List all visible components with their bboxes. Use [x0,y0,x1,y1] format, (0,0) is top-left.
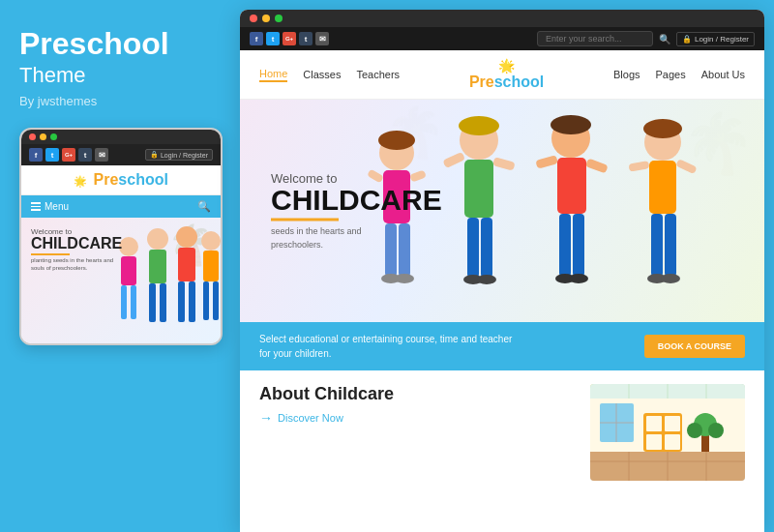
classroom-svg [590,384,745,481]
desktop-login-label: Login / Register [695,35,749,44]
svg-rect-14 [203,281,209,320]
svg-rect-31 [481,218,492,278]
svg-rect-38 [585,158,609,173]
desktop-logo: 🌟 Preschool [469,58,544,91]
cta-text-line2: for your children. [259,346,512,361]
desktop-nav: Home Classes Teachers 🌟 Preschool Blogs … [240,50,764,100]
svg-point-72 [687,423,702,438]
dot-yellow [40,133,46,140]
svg-point-33 [477,275,496,284]
about-image [590,384,745,481]
arrow-icon: → [259,410,273,426]
svg-rect-68 [646,434,662,450]
svg-point-51 [661,274,680,283]
mobile-social-icons: f t G+ t ✉ [29,148,108,162]
hamburger-icon [31,202,41,211]
desktop-hero: 🌴 🌴 Welcome to CHILDCARE seeds in the he… [240,100,764,322]
svg-rect-2 [121,285,127,319]
svg-rect-29 [492,157,516,170]
lock-icon: 🔒 [150,151,159,159]
svg-rect-11 [189,281,195,322]
svg-rect-30 [467,218,479,278]
svg-point-44 [643,119,682,138]
svg-rect-13 [203,251,219,281]
desktop-login-button[interactable]: 🔒 Login / Register [676,32,755,46]
desktop-dot-yellow [262,15,270,22]
svg-point-42 [569,274,588,283]
about-text: About Childcare → Discover Now [259,384,571,518]
nav-about[interactable]: About Us [701,69,745,80]
mobile-seeds: planting seeds in the hearts andsouls of… [31,257,122,273]
search-input[interactable] [537,31,653,46]
about-title: About Childcare [259,384,571,404]
mobile-hero: 🌴 Welcome to CHILDCARE planting seeds in… [21,218,221,343]
google-icon[interactable]: G+ [62,148,75,162]
menu-text: Menu [45,201,69,212]
mobile-underline [31,253,70,255]
svg-rect-40 [573,214,584,277]
desktop-tumblr-icon[interactable]: t [299,32,313,45]
svg-point-35 [551,115,591,134]
desktop-facebook-icon[interactable]: f [250,32,263,45]
svg-rect-48 [651,214,663,277]
svg-rect-49 [665,214,676,277]
desktop-google-icon[interactable]: G+ [283,32,296,45]
desktop-toolbar: f t G+ t ✉ 🔍 🔒 Login / Register [240,27,764,50]
desktop-hero-text: Welcome to CHILDCARE seeds in the hearts… [271,171,442,251]
tumblr-icon[interactable]: t [78,148,92,162]
mobile-hero-text: Welcome to CHILDCARE planting seeds in t… [31,227,122,273]
discover-now-link[interactable]: → Discover Now [259,410,571,426]
cta-bar: Select educational or entertaining cours… [240,322,764,370]
nav-links-right: Blogs Pages About Us [613,69,745,80]
theme-title: Preschool [19,27,221,61]
dot-red [29,133,36,140]
facebook-icon[interactable]: f [29,148,43,162]
svg-rect-10 [178,281,185,322]
nav-home[interactable]: Home [259,68,287,82]
desktop-twitter-icon[interactable]: t [266,32,280,45]
nav-classes[interactable]: Classes [303,69,341,80]
mobile-logo-area: 🌟 Preschool [21,165,221,195]
svg-rect-27 [464,160,493,218]
svg-rect-69 [665,434,680,450]
search-icon[interactable]: 🔍 [197,200,211,213]
search-button[interactable]: 🔍 [659,34,670,44]
about-section: About Childcare → Discover Now [240,370,764,532]
svg-rect-47 [675,159,697,174]
logo-school: school [118,171,168,188]
svg-rect-46 [628,161,649,172]
svg-point-8 [176,226,197,248]
svg-point-24 [395,274,414,283]
dot-green [50,133,57,140]
svg-point-4 [147,228,168,250]
svg-rect-3 [131,285,136,319]
svg-rect-1 [121,256,136,285]
nav-blogs[interactable]: Blogs [613,69,640,80]
svg-rect-15 [213,281,219,320]
desktop-dot-green [275,15,283,22]
book-course-button[interactable]: BOOK A COURSE [644,335,745,358]
nav-pages[interactable]: Pages [656,69,686,80]
mobile-logo: 🌟 Preschool [74,171,168,189]
desktop-mockup: f t G+ t ✉ 🔍 🔒 Login / Register Home Cla… [240,10,764,532]
svg-rect-36 [557,158,586,214]
mobile-toolbar: f t G+ t ✉ 🔒 Login / Register [21,144,221,165]
svg-point-26 [459,116,499,135]
logo-icon: 🌟 [498,58,515,74]
svg-point-17 [378,131,415,150]
desktop-childcare-title: CHILDCARE [271,186,442,215]
desktop-social-icons: f t G+ t ✉ [250,32,329,45]
svg-rect-37 [535,155,558,168]
desktop-top-bar [240,10,764,27]
lock-icon: 🔒 [682,35,692,44]
login-label: Login / Register [161,152,208,159]
email-icon[interactable]: ✉ [95,148,108,162]
mobile-login-button[interactable]: 🔒 Login / Register [145,149,213,161]
svg-rect-6 [149,283,156,322]
logo-text: Preschool [469,74,544,91]
svg-rect-45 [649,161,676,214]
desktop-email-icon[interactable]: ✉ [315,32,329,45]
nav-teachers[interactable]: Teachers [356,69,400,80]
mobile-menu-bar[interactable]: Menu 🔍 [21,195,221,218]
twitter-icon[interactable]: t [45,148,59,162]
